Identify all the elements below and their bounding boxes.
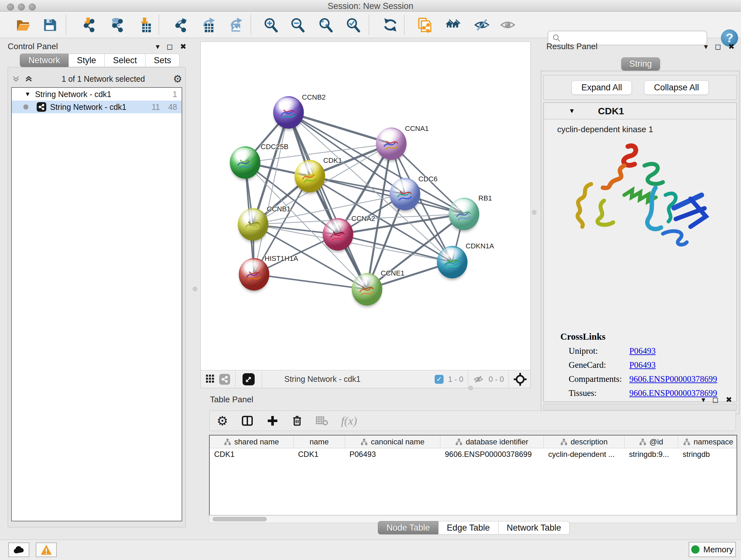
node-result-header[interactable]: ▼ CDK1 <box>544 103 737 119</box>
network-node-hist1h1a[interactable] <box>239 258 269 291</box>
table-row[interactable]: CDK1CDK1P064939606.ENSP00000378699cyclin… <box>210 448 737 460</box>
table-cell[interactable]: 9606.ENSP00000378699 <box>441 448 544 460</box>
delete-column-trash-icon[interactable] <box>291 415 303 427</box>
collapse-all-button[interactable]: Collapse All <box>644 80 709 95</box>
panel-float-icon[interactable]: ◻ <box>712 396 719 403</box>
network-node-ccna1[interactable] <box>376 127 407 160</box>
tab-node-table[interactable]: Node Table <box>378 521 439 535</box>
panel-close-icon[interactable]: ✖ <box>728 43 735 51</box>
zoom-in-button[interactable] <box>262 16 280 34</box>
show-all-button[interactable] <box>499 16 516 34</box>
tab-style[interactable]: Style <box>69 54 105 67</box>
save-session-button[interactable] <box>41 16 58 34</box>
collection-expand-icon[interactable]: ▼ <box>24 91 30 98</box>
panel-splitter-handle[interactable] <box>532 210 536 214</box>
network-node-cdc25b[interactable] <box>230 146 260 179</box>
section-collapse-icon[interactable]: ▼ <box>569 107 575 115</box>
network-collection-row[interactable]: ▼ String Network - cdk1 1 <box>12 88 182 101</box>
cloud-button[interactable] <box>8 543 29 557</box>
table-cell[interactable]: stringdb <box>678 448 737 460</box>
panel-menu-icon[interactable]: ▾ <box>701 396 705 403</box>
panel-close-icon[interactable]: ✖ <box>180 43 186 51</box>
hide-selected-button[interactable] <box>473 16 490 34</box>
refresh-button[interactable] <box>382 16 399 34</box>
column-header-canonical-name[interactable]: canonical name <box>345 435 441 448</box>
selected-count: 1 - 0 <box>448 375 463 384</box>
table-cell[interactable]: CDK1 <box>210 448 293 460</box>
table-settings-gear-icon[interactable]: ⚙ <box>217 415 228 427</box>
zoom-fit-button[interactable] <box>317 16 334 34</box>
network-row-selected[interactable]: String Network - cdk1 11 48 <box>12 101 182 113</box>
function-builder-icon[interactable]: f(x) <box>341 414 357 428</box>
network-options-gear-icon[interactable]: ⚙ <box>173 73 182 85</box>
network-node-cdk1[interactable] <box>294 160 325 192</box>
network-node-ccnb2[interactable] <box>273 96 304 129</box>
panel-float-icon[interactable]: ◻ <box>166 43 173 51</box>
expand-all-icon[interactable] <box>11 74 21 83</box>
birdseye-grid-icon[interactable] <box>205 374 215 385</box>
crosslink-link[interactable]: 9606.ENSP00000378699 <box>629 374 717 384</box>
memory-button[interactable]: Memory <box>689 542 736 557</box>
panel-close-icon[interactable]: ✖ <box>726 396 732 403</box>
network-node-ccnb1[interactable] <box>238 208 268 241</box>
table-cell[interactable]: P06493 <box>345 448 441 460</box>
hidden-eye-slash-icon[interactable] <box>473 374 484 384</box>
zoom-selected-button[interactable] <box>345 16 362 34</box>
column-namespace-icon <box>683 438 690 445</box>
network-node-ccna2[interactable] <box>323 218 353 251</box>
warnings-button[interactable] <box>36 543 57 557</box>
add-column-icon[interactable] <box>266 415 279 427</box>
crosslink-link[interactable]: P06493 <box>629 360 656 370</box>
network-node-rb1[interactable] <box>449 198 479 230</box>
export-network-button[interactable] <box>172 16 189 34</box>
show-columns-icon[interactable] <box>241 415 254 427</box>
toolbar-separator <box>368 15 369 35</box>
open-in-window-icon[interactable] <box>243 373 255 385</box>
selected-checkbox[interactable]: ✓ <box>434 375 444 384</box>
table-cell[interactable]: stringdb:9... <box>624 448 678 460</box>
export-image-button[interactable] <box>226 16 244 34</box>
results-tab-string[interactable]: String <box>621 57 660 71</box>
import-database-button[interactable] <box>108 16 125 34</box>
column-header-id[interactable]: @id <box>624 435 678 448</box>
panel-splitter-handle[interactable] <box>468 386 473 390</box>
table-cell[interactable]: cyclin-dependent ... <box>544 448 624 460</box>
scrollbar-thumb[interactable] <box>212 517 267 521</box>
network-share-icon[interactable] <box>219 374 230 385</box>
network-node-cdc6[interactable] <box>390 178 420 210</box>
tab-network[interactable]: Network <box>20 54 69 67</box>
network-node-ccne1[interactable] <box>352 273 382 306</box>
network-node-cdkn1a[interactable] <box>437 246 468 278</box>
tab-sets[interactable]: Sets <box>145 54 180 67</box>
panel-menu-icon[interactable]: ▾ <box>704 43 708 51</box>
column-header-description[interactable]: description <box>544 435 624 448</box>
first-neighbors-button[interactable] <box>444 16 461 34</box>
zoom-out-button[interactable] <box>289 16 307 34</box>
network-canvas[interactable]: CCNB2 CCNA1 CDC25B CDK1 CDC6 <box>201 42 530 370</box>
delete-table-icon[interactable] <box>316 415 328 427</box>
panel-menu-icon[interactable]: ▾ <box>156 43 159 51</box>
column-header-database-identifier[interactable]: database identifier <box>441 435 544 448</box>
column-header-label: name <box>310 437 329 446</box>
crosslink-link[interactable]: P06493 <box>629 346 656 356</box>
column-header-namespace[interactable]: namespace <box>678 435 737 448</box>
tab-select[interactable]: Select <box>105 54 145 67</box>
tab-network-table[interactable]: Network Table <box>498 521 570 535</box>
collapse-all-icon[interactable] <box>24 74 33 83</box>
import-network-button[interactable] <box>80 16 97 34</box>
table-cell[interactable]: CDK1 <box>293 448 345 460</box>
import-table-button[interactable] <box>136 16 153 34</box>
fit-selected-crosshair-icon[interactable] <box>513 372 527 386</box>
panel-splitter-handle[interactable] <box>193 287 197 291</box>
export-table-button[interactable] <box>199 16 216 34</box>
column-header-shared-name[interactable]: shared name <box>210 435 293 448</box>
duplicate-network-button[interactable] <box>415 16 432 34</box>
open-session-button[interactable] <box>14 16 31 34</box>
tab-edge-table[interactable]: Edge Table <box>439 521 498 535</box>
column-namespace-icon <box>560 438 567 445</box>
node-label-ccne1: CCNE1 <box>381 269 405 277</box>
show-all-icon <box>500 17 516 33</box>
expand-all-button[interactable]: Expand All <box>571 80 632 95</box>
column-header-name[interactable]: name <box>293 435 345 448</box>
panel-float-icon[interactable]: ◻ <box>715 43 721 51</box>
